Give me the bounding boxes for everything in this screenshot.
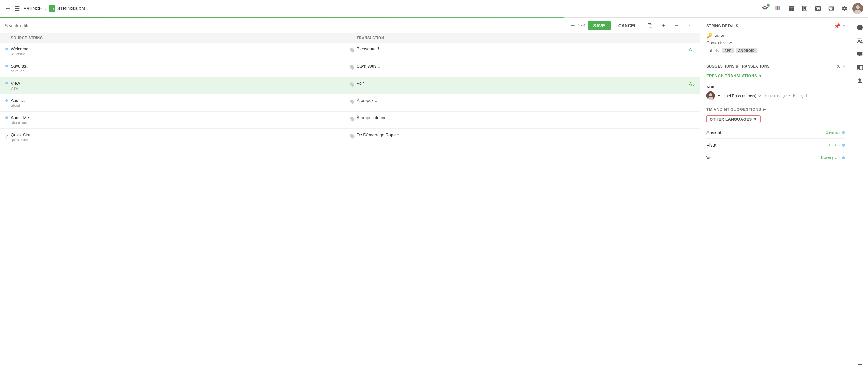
- top-nav: ← ☰ FRENCH › STRINGS.XML: [0, 0, 868, 17]
- row-source: Save as... save_as: [11, 64, 350, 73]
- language-dot: [842, 156, 845, 159]
- strings-list: Welcome! welcome Bienvenue ! A✓ Save as.…: [0, 43, 700, 374]
- user-avatar[interactable]: [852, 3, 863, 14]
- french-translations-toggle[interactable]: FRENCH TRANSLATIONS ▼: [707, 73, 845, 78]
- tag-icon: [350, 115, 357, 125]
- other-languages-toggle[interactable]: OTHER LANGUAGES ▼: [707, 115, 761, 123]
- other-lang-text: Ansicht: [707, 130, 721, 135]
- table-row[interactable]: About... about À propos...: [0, 94, 700, 112]
- key-value: view: [715, 33, 724, 38]
- row-source: View view: [11, 81, 350, 90]
- add-sidebar-button[interactable]: [854, 358, 866, 370]
- tag-icon: [350, 64, 357, 73]
- connection-dot: [767, 4, 770, 7]
- details-expand-icon[interactable]: ▾: [843, 24, 845, 28]
- translation-text: À propos de moi: [357, 115, 695, 120]
- row-translation: Bienvenue ! A✓: [357, 47, 695, 56]
- translate-sidebar-button[interactable]: [854, 35, 866, 47]
- other-lang-arrow-icon: ▼: [753, 117, 757, 121]
- table-row[interactable]: Save as... save_as Sava sous...: [0, 60, 700, 77]
- left-panel: ☰ 4 • 4 SAVE CANCEL SOURCE STRING TRANSL…: [0, 18, 701, 374]
- translation-text: À propos...: [357, 98, 695, 103]
- table-row[interactable]: View view Voir A✓: [0, 77, 700, 94]
- upload-sidebar-button[interactable]: [854, 75, 866, 87]
- row-status-dot: [5, 65, 8, 67]
- table-row[interactable]: Welcome! welcome Bienvenue ! A✓: [0, 43, 700, 60]
- col-translation-header: TRANSLATION: [357, 36, 695, 40]
- copy-button[interactable]: [645, 20, 655, 31]
- label-app: APP: [722, 48, 734, 53]
- row-check-icon: ✓: [5, 134, 9, 139]
- signal-icon: [760, 3, 770, 14]
- suggestion-rating: Rating: 1: [793, 93, 807, 98]
- language-name: German: [826, 130, 840, 135]
- suggestions-expand-icon[interactable]: ▾: [843, 64, 845, 69]
- tag-icon: [350, 81, 357, 90]
- filter-icon[interactable]: ☰: [570, 22, 575, 29]
- row-status-dot: [5, 82, 8, 84]
- language-dot: [842, 131, 845, 134]
- language-name: Italian: [829, 143, 840, 147]
- language-dot: [842, 144, 845, 147]
- tm-toggle[interactable]: TM AND MT SUGGESTIONS ▶: [707, 107, 845, 112]
- tm-section: TM AND MT SUGGESTIONS ▶: [707, 107, 845, 112]
- breadcrumb: FRENCH › STRINGS.XML: [24, 5, 88, 12]
- comment-sidebar-button[interactable]: [854, 48, 866, 60]
- row-indicator: [5, 98, 8, 108]
- string-details-section: STRING DETAILS 📌 ▾ 🔑 view Context: view …: [701, 18, 851, 58]
- table-row[interactable]: ✓ Quick Start quick_start De Démarrage R…: [0, 129, 700, 146]
- labels-row: Labels: APP ANDROID: [707, 48, 845, 53]
- breadcrumb-project[interactable]: FRENCH: [24, 6, 42, 11]
- translation-text: De Démarrage Rapide: [357, 133, 695, 137]
- table-header: SOURCE STRING TRANSLATION: [0, 33, 700, 43]
- tm-arrow-icon: ▶: [763, 107, 766, 112]
- tag-icon: [350, 133, 357, 142]
- source-key: about_me: [11, 121, 350, 125]
- svg-point-4: [709, 93, 712, 96]
- context-label: Context:: [707, 40, 722, 45]
- right-panel: STRING DETAILS 📌 ▾ 🔑 view Context: view …: [701, 18, 851, 374]
- terminal-icon[interactable]: [812, 3, 824, 14]
- info-sidebar-button[interactable]: [854, 21, 866, 33]
- suggestion-text: Voir: [707, 84, 845, 90]
- row-indicator: [5, 115, 8, 125]
- other-lang-right: Italian: [829, 143, 845, 147]
- tag-icon: [350, 47, 357, 56]
- cancel-button[interactable]: CANCEL: [613, 21, 642, 30]
- labels-label: Labels:: [707, 48, 720, 53]
- nav-actions: [760, 3, 863, 14]
- other-languages-list: Ansicht German Vista Italian: [707, 126, 845, 164]
- verified-icon: ✓: [758, 93, 762, 98]
- table-row[interactable]: About Me about_me À propos de moi: [0, 112, 700, 129]
- book-sidebar-button[interactable]: [854, 61, 866, 73]
- key-row: 🔑 view: [707, 33, 845, 38]
- breadcrumb-file[interactable]: STRINGS.XML: [49, 5, 88, 12]
- row-source: Quick Start quick_start: [11, 133, 350, 142]
- remove-string-button[interactable]: [671, 20, 682, 31]
- menu-button[interactable]: ☰: [14, 5, 20, 12]
- save-button[interactable]: SAVE: [588, 21, 611, 30]
- back-button[interactable]: ←: [5, 5, 11, 12]
- other-lang-right: German: [826, 130, 845, 135]
- panel-icon[interactable]: [799, 3, 810, 14]
- far-right-sidebar: [851, 18, 868, 374]
- source-key: about: [11, 104, 350, 108]
- pin-icon[interactable]: 📌: [834, 23, 841, 29]
- other-languages-section: OTHER LANGUAGES ▼ Ansicht German Vista: [707, 115, 845, 164]
- suggestions-close-icon[interactable]: ✕: [836, 63, 841, 70]
- settings-icon[interactable]: [839, 3, 850, 14]
- language-name: Norwegian: [821, 155, 840, 160]
- other-lang-right: Norwegian: [821, 155, 845, 160]
- main-layout: ☰ 4 • 4 SAVE CANCEL SOURCE STRING TRANSL…: [0, 18, 868, 374]
- other-languages-label: OTHER LANGUAGES: [710, 117, 752, 121]
- more-options-button[interactable]: [684, 20, 695, 31]
- suggestion-meta: Michael Ross (m.ross) ✓ 9 months ago • R…: [707, 91, 845, 100]
- keyboard-icon[interactable]: [826, 3, 837, 14]
- search-input[interactable]: [5, 23, 568, 28]
- layout-icon[interactable]: [786, 3, 797, 14]
- suggestions-title: SUGGESTIONS & TRANSLATIONS: [707, 64, 770, 68]
- suggestion-user: Michael Ross (m.ross): [717, 93, 756, 98]
- table-view-icon[interactable]: [773, 3, 784, 14]
- breadcrumb-separator: ›: [45, 6, 46, 11]
- add-string-button[interactable]: [658, 20, 669, 31]
